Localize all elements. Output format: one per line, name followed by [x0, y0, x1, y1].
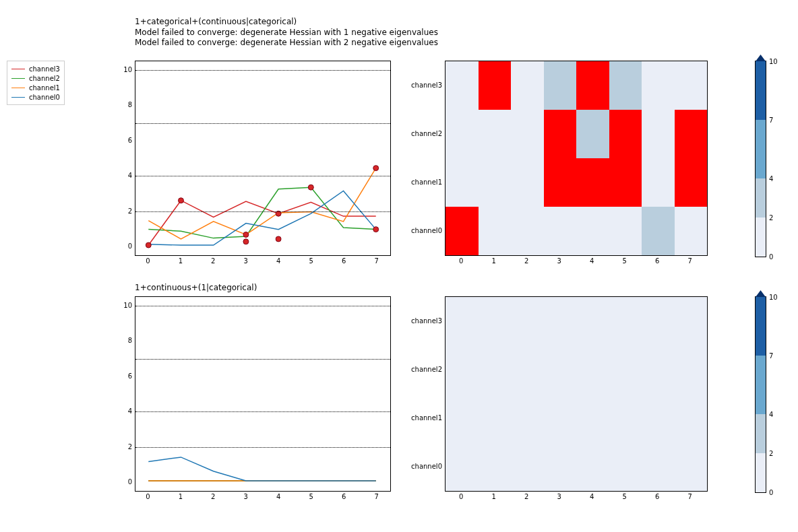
- warning-line-0: Model failed to converge: degenerate Hes…: [135, 28, 438, 38]
- data-point: [276, 236, 281, 242]
- y-tick: 6: [120, 136, 132, 143]
- heatmap-cell: [642, 207, 675, 255]
- series-line: [148, 168, 375, 239]
- colorbar-arrow-icon: [756, 290, 766, 297]
- colorbar-segment: [756, 120, 766, 178]
- x-tick: 4: [276, 257, 280, 265]
- x-tick: 7: [374, 257, 378, 265]
- y-tick: 2: [120, 442, 132, 450]
- grid-hline: [135, 306, 390, 306]
- data-point: [243, 232, 249, 237]
- x-tick: 1: [492, 493, 496, 500]
- heatmap-cell: [511, 394, 544, 442]
- heatmap-cell: [511, 345, 544, 394]
- legend-item: channel1: [11, 83, 60, 92]
- colorbar-segment: [756, 61, 766, 120]
- heatmap-cell: [544, 345, 577, 394]
- y-tick-label: channel3: [403, 81, 442, 89]
- figure: 1+categorical+(continuous|categorical) M…: [0, 0, 798, 532]
- grid-hline: [135, 359, 390, 360]
- heatmap-cell: [675, 345, 708, 394]
- y-tick-label: channel1: [403, 414, 442, 422]
- colorbar-segment: [756, 356, 766, 414]
- legend-swatch: [11, 69, 25, 69]
- heatmap-cell: [609, 207, 642, 255]
- colorbar-tick: 0: [769, 489, 773, 496]
- heatmap-cell: [446, 61, 479, 110]
- x-tick: 2: [524, 257, 528, 265]
- legend-swatch: [11, 78, 25, 79]
- legend-swatch: [11, 97, 25, 98]
- x-tick: 3: [557, 257, 561, 265]
- legend-item: channel2: [11, 73, 60, 83]
- heatmap-cell: [446, 297, 479, 345]
- heatmap-cell: [675, 207, 708, 255]
- warning-line-1: Model failed to converge: degenerate Hes…: [135, 38, 438, 48]
- heatmap-cell: [675, 297, 708, 345]
- legend-label: channel3: [29, 65, 60, 73]
- heatmap-cell: [479, 110, 512, 158]
- x-tick: 0: [146, 493, 150, 500]
- data-point: [179, 198, 184, 203]
- y-tick: 8: [120, 337, 132, 344]
- x-tick: 5: [309, 257, 313, 265]
- grid-hline: [135, 447, 390, 448]
- y-tick-label: channel2: [403, 366, 442, 373]
- heatmap-cell: [675, 394, 708, 442]
- heatmap-cell: [446, 207, 479, 255]
- x-tick: 2: [211, 493, 215, 500]
- subplot-title-0: 1+categorical+(continuous|categorical): [135, 17, 438, 28]
- grid-hline: [135, 411, 390, 412]
- legend-swatch: [11, 88, 25, 88]
- x-tick: 4: [276, 493, 280, 500]
- y-tick: 0: [120, 477, 132, 485]
- y-tick: 4: [120, 172, 132, 179]
- colorbar-top: 024710: [755, 61, 766, 257]
- x-tick: 0: [146, 257, 150, 265]
- colorbar-tick: 2: [769, 214, 773, 222]
- x-tick: 6: [342, 493, 346, 500]
- heatmap-cell: [479, 442, 512, 491]
- heatmap-cell: [576, 442, 609, 491]
- heatmap-cell: [675, 442, 708, 491]
- heatmap-cell: [544, 158, 577, 207]
- x-tick: 7: [688, 493, 692, 500]
- colorbar-tick: 7: [769, 352, 773, 360]
- heatmap-cell: [479, 158, 512, 207]
- heatmap-cell: [576, 394, 609, 442]
- y-tick-label: channel0: [403, 227, 442, 234]
- series-line: [148, 457, 375, 481]
- heatmap-cell: [576, 61, 609, 110]
- y-tick: 10: [120, 66, 132, 73]
- series-line: [148, 187, 375, 238]
- colorbar-bottom: 024710: [755, 296, 766, 493]
- figure-title-block: 1+categorical+(continuous|categorical) M…: [135, 17, 438, 48]
- heatmap-cell: [511, 207, 544, 255]
- colorbar-tick: 4: [769, 411, 773, 418]
- heatmap-cell: [446, 442, 479, 491]
- colorbar-segment: [756, 414, 766, 453]
- heatmap-cell: [675, 110, 708, 158]
- svg-marker-0: [756, 55, 766, 61]
- data-point: [146, 242, 151, 248]
- x-tick: 4: [590, 493, 594, 500]
- subplot-title-1: 1+continuous+(1|categorical): [135, 283, 257, 292]
- legend-label: channel0: [29, 94, 60, 101]
- heatmap-cell: [511, 158, 544, 207]
- x-tick: 6: [655, 493, 659, 500]
- heatmap-cell: [544, 207, 577, 255]
- x-tick: 1: [492, 257, 496, 265]
- colorbar-segment: [756, 218, 766, 257]
- heatmap-cell: [511, 110, 544, 158]
- heatmap-cell: [544, 394, 577, 442]
- x-tick: 5: [623, 257, 627, 265]
- colorbar-segment: [756, 178, 766, 218]
- heatmap-cell: [642, 297, 675, 345]
- svg-marker-1: [756, 290, 766, 297]
- x-tick: 3: [557, 493, 561, 500]
- heatmap-cell: [642, 442, 675, 491]
- heatmap-cell: [642, 110, 675, 158]
- legend-item: channel0: [11, 92, 60, 102]
- y-tick-label: channel0: [403, 463, 442, 470]
- colorbar-segment: [756, 297, 766, 356]
